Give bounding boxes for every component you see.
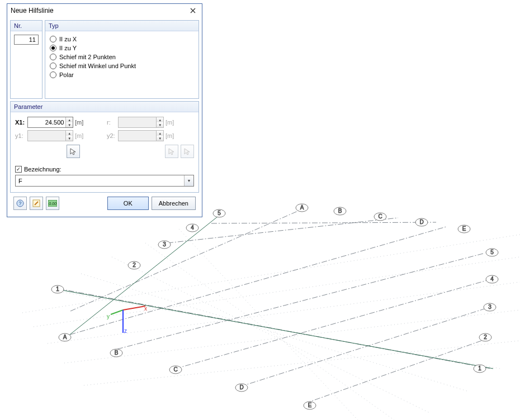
radio-icon — [50, 63, 56, 69]
pick-point-button-1[interactable] — [67, 145, 80, 158]
bezeichnung-input[interactable] — [16, 175, 184, 186]
svg-text:A: A — [300, 204, 304, 211]
y1-label: y1: — [15, 132, 27, 139]
help-button[interactable]: ? — [13, 197, 27, 210]
svg-point-50 — [479, 333, 491, 341]
dialog-close-button[interactable] — [188, 6, 197, 15]
svg-line-10 — [60, 227, 446, 337]
svg-line-22 — [111, 310, 123, 314]
svg-text:D: D — [239, 384, 243, 390]
nr-group: Nr. — [10, 20, 42, 99]
x1-label: X1: — [15, 119, 27, 126]
pencil-icon — [32, 199, 40, 207]
svg-text:C: C — [378, 213, 382, 219]
parameter-label: Parameter — [11, 102, 198, 112]
typ-option-schief-winkel[interactable]: Schief mit Winkel und Punkt — [50, 61, 195, 70]
chevron-down-icon[interactable]: ▾ — [184, 175, 193, 186]
radio-icon — [50, 71, 56, 78]
units-button[interactable]: 0.00 — [46, 197, 59, 210]
svg-text:B: B — [115, 350, 119, 356]
y2-unit: [m] — [164, 132, 175, 139]
svg-point-58 — [169, 366, 182, 374]
svg-line-21 — [123, 306, 145, 310]
edit-button[interactable] — [30, 197, 43, 210]
axis-y-label: y — [107, 313, 110, 319]
svg-line-9 — [179, 229, 358, 420]
radio-icon — [50, 45, 56, 51]
pick-point-button-3 — [181, 145, 194, 158]
typ-option-parallel-y[interactable]: II zu Y — [50, 44, 195, 52]
svg-text:E: E — [308, 402, 312, 408]
y2-label: y2: — [107, 132, 118, 139]
svg-line-7 — [112, 257, 431, 413]
svg-point-26 — [334, 207, 346, 215]
svg-point-46 — [486, 275, 498, 283]
svg-line-12 — [117, 254, 483, 349]
svg-text:C: C — [173, 366, 177, 373]
svg-line-14 — [240, 306, 493, 386]
svg-line-11 — [70, 208, 305, 311]
svg-line-17 — [168, 218, 398, 243]
svg-text:5: 5 — [218, 210, 221, 216]
ok-button[interactable]: OK — [107, 197, 149, 210]
svg-text:1: 1 — [56, 286, 59, 292]
nr-input[interactable] — [14, 35, 39, 45]
nr-label: Nr. — [11, 21, 42, 31]
svg-line-1 — [34, 257, 520, 327]
close-icon — [190, 8, 196, 13]
svg-line-19 — [67, 214, 220, 337]
svg-line-8 — [145, 243, 394, 420]
svg-line-3 — [64, 310, 520, 363]
typ-option-label: II zu X — [59, 36, 77, 42]
help-icon: ? — [16, 199, 24, 207]
svg-text:B: B — [338, 208, 342, 214]
svg-point-32 — [458, 225, 470, 233]
r-label: r: — [107, 119, 118, 126]
y1-unit: [m] — [73, 132, 84, 139]
svg-text:2: 2 — [484, 334, 487, 340]
r-unit: [m] — [164, 119, 175, 126]
typ-option-parallel-x[interactable]: II zu X — [50, 35, 195, 44]
axis-z-label: z — [124, 328, 127, 334]
typ-option-polar[interactable]: Polar — [50, 70, 195, 79]
svg-point-44 — [486, 249, 498, 256]
svg-text:?: ? — [18, 201, 21, 206]
units-icon: 0.00 — [48, 200, 57, 207]
svg-text:5: 5 — [490, 249, 494, 255]
typ-option-schief-2punkte[interactable]: Schief mit 2 Punkten — [50, 52, 195, 61]
svg-point-54 — [59, 333, 71, 341]
bezeichnung-checkbox[interactable] — [15, 166, 22, 173]
cursor-icon — [168, 147, 176, 155]
cancel-button[interactable]: Abbrechen — [152, 197, 196, 210]
svg-point-24 — [296, 204, 308, 212]
x1-input[interactable]: ▲▼ — [27, 117, 73, 128]
parameter-group: Parameter X1: ▲▼ [m] r: ▲▼ [m] — [10, 101, 199, 193]
bezeichnung-combo[interactable]: ▾ — [15, 175, 194, 187]
new-guideline-dialog: Neue Hilfslinie Nr. Typ II zu X — [7, 3, 202, 217]
bezeichnung-label: Bezeichnung: — [24, 166, 62, 173]
typ-group: Typ II zu X II zu Y Schief mit 2 Punkten — [45, 20, 199, 99]
typ-label: Typ — [45, 21, 198, 31]
typ-option-label: II zu Y — [59, 45, 77, 51]
svg-text:1: 1 — [478, 365, 481, 371]
svg-line-6 — [81, 274, 467, 391]
svg-point-60 — [235, 384, 248, 392]
typ-option-label: Schief mit Winkel und Punkt — [59, 63, 136, 69]
svg-point-28 — [374, 213, 386, 221]
svg-point-40 — [128, 261, 140, 269]
svg-line-0 — [22, 235, 520, 313]
radio-icon — [50, 54, 56, 60]
svg-point-48 — [484, 303, 496, 311]
cursor-icon — [183, 147, 191, 155]
svg-point-52 — [474, 365, 486, 373]
svg-point-42 — [51, 285, 64, 293]
spinner-arrows[interactable]: ▲▼ — [65, 117, 73, 127]
svg-text:E: E — [462, 226, 466, 232]
svg-line-16 — [59, 289, 491, 369]
svg-text:3: 3 — [488, 304, 491, 310]
svg-point-38 — [158, 241, 171, 249]
svg-point-56 — [110, 349, 122, 357]
radio-icon — [50, 36, 56, 42]
svg-text:0.00: 0.00 — [49, 202, 56, 206]
svg-point-30 — [415, 218, 428, 226]
